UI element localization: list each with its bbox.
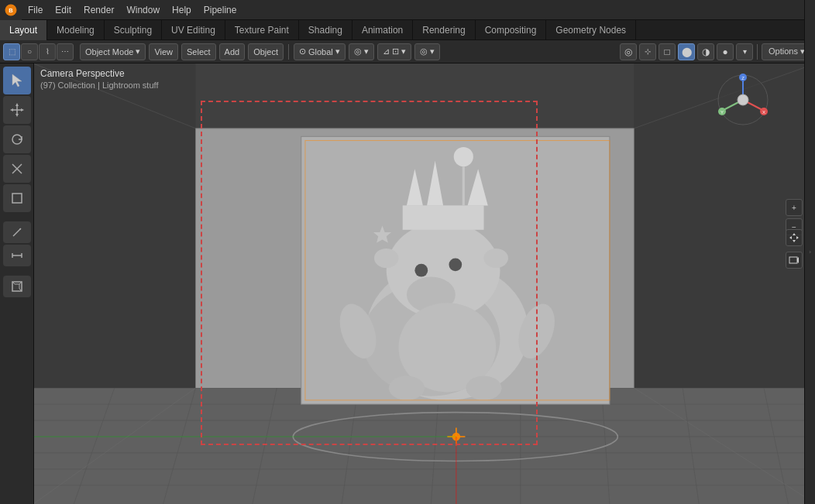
move-tool-icon[interactable]: [3, 96, 31, 124]
viewport-shading-render-icon[interactable]: ●: [717, 43, 734, 60]
transform-global-dropdown[interactable]: ⊙ Global ▾: [294, 43, 346, 60]
proportional-edit[interactable]: ◎ ▾: [414, 43, 440, 60]
svg-marker-92: [793, 240, 796, 242]
workspace-tabs: Layout Modeling Sculpting UV Editing Tex…: [0, 20, 815, 40]
svg-marker-93: [789, 236, 792, 239]
viewport-shading-wire-icon[interactable]: □: [659, 43, 676, 60]
separator-1: [288, 44, 289, 60]
pan-view-btn[interactable]: [786, 229, 803, 246]
svg-text:B: B: [9, 7, 13, 14]
svg-rect-12: [12, 194, 22, 203]
menu-window[interactable]: Window: [120, 0, 166, 20]
svg-point-67: [449, 258, 462, 271]
svg-rect-58: [403, 205, 484, 229]
svg-point-72: [466, 375, 501, 399]
add-cube-tool-icon[interactable]: [3, 276, 31, 297]
gizmo-icon[interactable]: ⊹: [639, 43, 656, 60]
rotate-tool-icon[interactable]: [3, 125, 31, 153]
measure-tool-icon[interactable]: [3, 245, 31, 266]
viewport-3d[interactable]: Camera Perspective (97) Collection | Lig…: [34, 63, 815, 504]
annotate-tool-icon[interactable]: [3, 221, 31, 243]
tab-rendering[interactable]: Rendering: [413, 20, 475, 40]
top-menu-bar: B File Edit Render Window Help Pipeline: [0, 0, 815, 20]
viewport-settings-icon[interactable]: ▾: [736, 43, 753, 60]
menu-pipeline[interactable]: Pipeline: [198, 0, 243, 20]
viewport-overlays-icon[interactable]: ◎: [620, 43, 637, 60]
svg-point-65: [483, 249, 507, 268]
menu-edit[interactable]: Edit: [49, 0, 77, 20]
svg-marker-28: [34, 388, 815, 504]
svg-marker-91: [793, 233, 796, 235]
transform-pivot[interactable]: ◎▾: [349, 43, 374, 60]
viewport-shading-material-icon[interactable]: ◑: [697, 43, 714, 60]
svg-text:Y: Y: [720, 110, 724, 115]
tab-modeling[interactable]: Modeling: [47, 20, 105, 40]
tab-shading[interactable]: Shading: [299, 20, 352, 40]
tab-uv-editing[interactable]: UV Editing: [162, 20, 225, 40]
select-lasso-icon[interactable]: ⌇: [39, 43, 56, 60]
svg-marker-2: [12, 74, 22, 87]
tab-compositing[interactable]: Compositing: [476, 20, 547, 40]
svg-point-61: [454, 147, 473, 166]
tab-animation[interactable]: Animation: [352, 20, 413, 40]
svg-point-64: [374, 249, 398, 268]
svg-text:Z: Z: [741, 76, 745, 81]
select-box-icon[interactable]: ⬚: [3, 43, 20, 60]
tab-texture-paint[interactable]: Texture Paint: [225, 20, 299, 40]
tab-geometry-nodes[interactable]: Geometry Nodes: [546, 20, 636, 40]
select-circle-icon[interactable]: ○: [21, 43, 38, 60]
svg-point-66: [414, 264, 428, 277]
select-tweak-icon[interactable]: ⋯: [57, 43, 74, 60]
object-mode-dropdown[interactable]: Object Mode ▾: [80, 43, 146, 60]
add-menu[interactable]: Add: [219, 43, 246, 60]
zoom-in-btn[interactable]: +: [786, 199, 803, 216]
blender-logo[interactable]: B: [0, 0, 22, 20]
right-panel-collapse[interactable]: ›: [804, 0, 815, 504]
svg-line-13: [13, 228, 21, 236]
scene-svg: [34, 63, 815, 504]
tab-layout[interactable]: Layout: [0, 20, 47, 40]
transform-tool-icon[interactable]: [3, 184, 31, 212]
cursor-tool-icon[interactable]: [3, 67, 31, 94]
header-toolbar: ⬚ ○ ⌇ ⋯ Object Mode ▾ View Select Add Ob…: [0, 40, 815, 63]
separator-2: [757, 44, 758, 60]
svg-marker-6: [15, 114, 19, 117]
svg-text:X: X: [762, 110, 765, 115]
object-menu[interactable]: Object: [248, 43, 284, 60]
menu-file[interactable]: File: [22, 0, 49, 20]
viewport-shading-solid-icon[interactable]: ⬤: [678, 43, 695, 60]
view-menu[interactable]: View: [149, 43, 178, 60]
svg-point-90: [738, 94, 748, 105]
menu-help[interactable]: Help: [166, 0, 198, 20]
viewport-nav-controls: [786, 226, 803, 269]
select-menu[interactable]: Select: [181, 43, 216, 60]
navigation-gizmo[interactable]: Z X Y: [716, 73, 770, 127]
camera-view-btn[interactable]: [786, 252, 803, 269]
svg-point-71: [389, 375, 425, 399]
svg-marker-7: [10, 108, 13, 111]
main-area: Camera Perspective (97) Collection | Lig…: [0, 63, 815, 504]
tab-sculpting[interactable]: Sculpting: [105, 20, 162, 40]
svg-marker-8: [21, 108, 24, 111]
scale-tool-icon[interactable]: [3, 155, 31, 183]
left-sidebar: [0, 63, 34, 504]
svg-marker-94: [796, 236, 799, 239]
snap-toggle[interactable]: ⊿ ⊡ ▾: [377, 43, 411, 60]
svg-rect-95: [789, 257, 797, 263]
svg-marker-5: [15, 103, 19, 106]
menu-render[interactable]: Render: [77, 0, 120, 20]
